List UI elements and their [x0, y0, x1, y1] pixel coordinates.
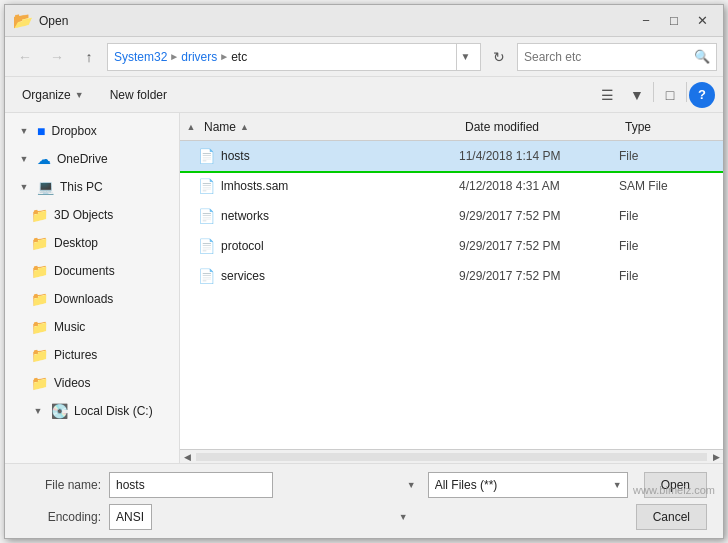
sidebar-item-pictures[interactable]: 📁 Pictures: [5, 341, 179, 369]
table-row[interactable]: 📄 hosts 11/4/2018 1:14 PM File: [180, 141, 723, 171]
help-button[interactable]: ?: [689, 82, 715, 108]
sidebar-collapse-dropbox[interactable]: ▼: [17, 124, 31, 138]
sidebar-collapse-thispc[interactable]: ▼: [17, 180, 31, 194]
sidebar-item-downloads[interactable]: 📁 Downloads: [5, 285, 179, 313]
filename-input[interactable]: [109, 472, 273, 498]
sidebar-label-music: Music: [54, 320, 85, 334]
organize-button[interactable]: Organize ▼: [13, 82, 93, 108]
sidebar-item-localdisk[interactable]: ▼ 💽 Local Disk (C:): [5, 397, 179, 425]
encoding-wrapper: ANSI ▼: [109, 504, 412, 530]
view-details-button[interactable]: ☰: [593, 82, 621, 108]
addressbar: ← → ↑ System32 ► drivers ► etc ▼ ↻ 🔍: [5, 37, 723, 77]
sidebar: ▼ ■ Dropbox ▼ ☁ OneDrive ▼ 💻 This PC 📁 3…: [5, 113, 180, 463]
up-button[interactable]: ↑: [75, 43, 103, 71]
hscroll-left-button[interactable]: ◀: [180, 450, 194, 464]
filter-select[interactable]: All Files (**): [428, 472, 628, 498]
table-row[interactable]: 📄 services 9/29/2017 7:52 PM File: [180, 261, 723, 291]
cancel-actions: Cancel: [636, 504, 707, 530]
sidebar-item-desktop[interactable]: 📁 Desktop: [5, 229, 179, 257]
forward-button[interactable]: →: [43, 43, 71, 71]
titlebar-controls: − □ ✕: [633, 11, 715, 31]
file-type: File: [619, 239, 719, 253]
encoding-chevron: ▼: [399, 512, 408, 522]
documents-icon: 📁: [31, 263, 48, 279]
watermark: www.bimeiz.com: [633, 484, 715, 496]
titlebar-title: Open: [39, 14, 633, 28]
search-box: 🔍: [517, 43, 717, 71]
bottom-bar: File name: ▼ All Files (**) ▼ Open Encod…: [5, 463, 723, 538]
col-header-type[interactable]: Type: [619, 113, 719, 141]
localdisk-icon: 💽: [51, 403, 68, 419]
titlebar: 📂 Open − □ ✕: [5, 5, 723, 37]
toolbar-separator-2: [686, 82, 687, 102]
sidebar-item-documents[interactable]: 📁 Documents: [5, 257, 179, 285]
refresh-button[interactable]: ↻: [485, 43, 513, 71]
main-content: ▼ ■ Dropbox ▼ ☁ OneDrive ▼ 💻 This PC 📁 3…: [5, 113, 723, 463]
file-date: 11/4/2018 1:14 PM: [459, 149, 619, 163]
toolbar-right: ☰ ▼ □ ?: [593, 82, 715, 108]
hscroll-right-button[interactable]: ▶: [709, 450, 723, 464]
sidebar-item-videos[interactable]: 📁 Videos: [5, 369, 179, 397]
titlebar-icon: 📂: [13, 11, 33, 30]
file-icon: 📄: [198, 208, 215, 224]
minimize-button[interactable]: −: [633, 11, 659, 31]
sidebar-item-thispc[interactable]: ▼ 💻 This PC: [5, 173, 179, 201]
back-button[interactable]: ←: [11, 43, 39, 71]
encoding-row: Encoding: ANSI ▼ Cancel: [21, 504, 707, 530]
maximize-button[interactable]: □: [661, 11, 687, 31]
file-name: networks: [221, 209, 459, 223]
encoding-label: Encoding:: [21, 510, 101, 524]
col-header-name[interactable]: Name ▲: [198, 113, 459, 141]
cancel-button[interactable]: Cancel: [636, 504, 707, 530]
file-type: File: [619, 149, 719, 163]
filename-label: File name:: [21, 478, 101, 492]
new-folder-label: New folder: [110, 88, 167, 102]
file-type: File: [619, 209, 719, 223]
file-date: 9/29/2017 7:52 PM: [459, 209, 619, 223]
filename-chevron: ▼: [407, 480, 416, 490]
col-header-date[interactable]: Date modified: [459, 113, 619, 141]
hscroll-track[interactable]: [196, 453, 707, 461]
file-date: 9/29/2017 7:52 PM: [459, 269, 619, 283]
breadcrumb-drivers[interactable]: drivers: [181, 50, 217, 64]
downloads-icon: 📁: [31, 291, 48, 307]
toolbar: Organize ▼ New folder ☰ ▼ □ ?: [5, 77, 723, 113]
sidebar-item-dropbox[interactable]: ▼ ■ Dropbox: [5, 117, 179, 145]
table-row[interactable]: 📄 lmhosts.sam 4/12/2018 4:31 AM SAM File: [180, 171, 723, 201]
sidebar-item-3dobjects[interactable]: 📁 3D Objects: [5, 201, 179, 229]
encoding-select[interactable]: ANSI: [109, 504, 152, 530]
hscroll-area: ◀ ▶: [180, 449, 723, 463]
view-chevron-button[interactable]: ▼: [623, 82, 651, 108]
filename-row: File name: ▼ All Files (**) ▼ Open: [21, 472, 707, 498]
file-icon: 📄: [198, 148, 215, 164]
breadcrumb-system32[interactable]: System32: [114, 50, 167, 64]
3dobjects-icon: 📁: [31, 207, 48, 223]
sort-arrow-name: ▲: [240, 122, 249, 132]
file-icon: 📄: [198, 268, 215, 284]
sidebar-label-videos: Videos: [54, 376, 90, 390]
open-dialog: 📂 Open − □ ✕ ← → ↑ System32 ► drivers ► …: [4, 4, 724, 539]
file-name: lmhosts.sam: [221, 179, 459, 193]
sidebar-label-onedrive: OneDrive: [57, 152, 108, 166]
sidebar-label-dropbox: Dropbox: [51, 124, 96, 138]
breadcrumb: System32 ► drivers ► etc ▼: [107, 43, 481, 71]
search-icon[interactable]: 🔍: [694, 49, 710, 64]
sidebar-collapse-onedrive[interactable]: ▼: [17, 152, 31, 166]
file-date: 4/12/2018 4:31 AM: [459, 179, 619, 193]
sidebar-item-onedrive[interactable]: ▼ ☁ OneDrive: [5, 145, 179, 173]
new-folder-button[interactable]: New folder: [101, 82, 176, 108]
preview-pane-button[interactable]: □: [656, 82, 684, 108]
close-button[interactable]: ✕: [689, 11, 715, 31]
filename-wrapper: ▼: [109, 472, 420, 498]
search-input[interactable]: [524, 50, 694, 64]
col-toggle[interactable]: ▲: [184, 113, 198, 141]
table-row[interactable]: 📄 protocol 9/29/2017 7:52 PM File: [180, 231, 723, 261]
file-name: services: [221, 269, 459, 283]
videos-icon: 📁: [31, 375, 48, 391]
breadcrumb-dropdown[interactable]: ▼: [456, 43, 474, 71]
sidebar-collapse-localdisk[interactable]: ▼: [31, 404, 45, 418]
organize-label: Organize: [22, 88, 71, 102]
sidebar-item-music[interactable]: 📁 Music: [5, 313, 179, 341]
table-row[interactable]: 📄 networks 9/29/2017 7:52 PM File: [180, 201, 723, 231]
breadcrumb-etc: etc: [231, 50, 247, 64]
